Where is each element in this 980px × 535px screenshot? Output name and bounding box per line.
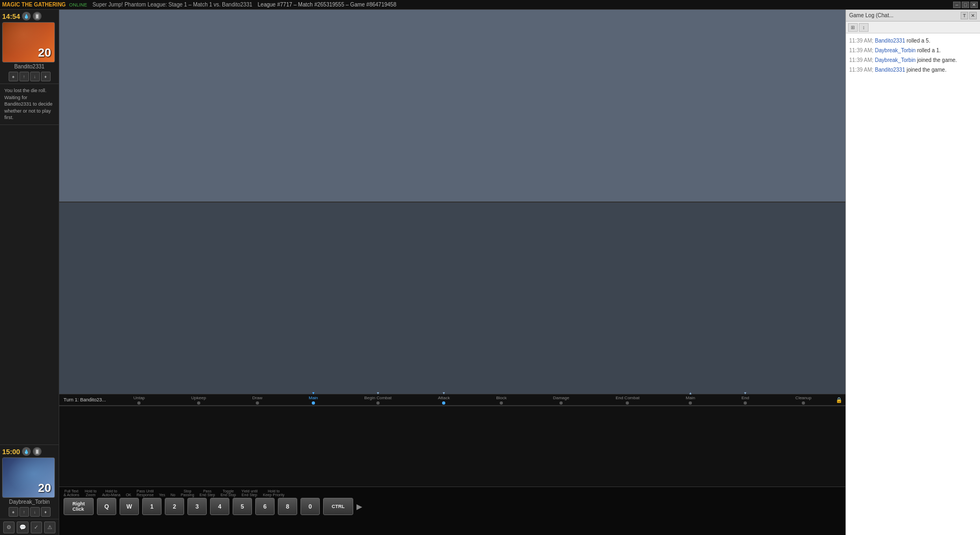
phase-lock-icon[interactable]: 🔒 [835, 395, 843, 404]
game-area: Turn 1: Bandito23... Untap Upkeep Draw ▼… [59, 10, 845, 535]
label-yes: Yes [159, 493, 165, 497]
action-scroll-right[interactable]: ▶ [356, 502, 362, 511]
close-button[interactable]: ✕ [970, 2, 978, 8]
label-full-text: Full Text & Actions [64, 489, 79, 497]
phase-damage[interactable]: Damage [553, 395, 569, 405]
sidebar-bottom-toolbar: ⚙ 💬 ✓ ⚠ [0, 519, 59, 535]
player1-action-icons: ♠ ↑ ↓ ♦ [2, 72, 57, 81]
label-pass-end: Pass End Step [200, 489, 215, 497]
player1-life: 20 [38, 46, 51, 60]
3-key-button[interactable]: 3 [187, 498, 207, 515]
phase-main2[interactable]: ▲ Main [686, 395, 695, 405]
chat-panel: Game Log (Chat... T ✕ ⊞ ↕ 11:39 AM; Band… [845, 10, 980, 535]
8-key-button[interactable]: 8 [278, 498, 297, 515]
phase-main1[interactable]: ▼ Main [309, 395, 318, 405]
ctrl-key-wrapper: CTRL [323, 498, 353, 515]
settings-icon[interactable]: ⚙ [3, 522, 15, 533]
q-key-wrapper: Q [97, 498, 116, 515]
chat-settings-button[interactable]: T [961, 12, 968, 19]
chat-messages: 11:39 AM; Bandito2331 rolled a 5. 11:39 … [846, 33, 980, 535]
player2-life: 20 [38, 481, 51, 495]
6-key-wrapper: 6 [255, 498, 275, 515]
phase-untap[interactable]: Untap [134, 395, 145, 405]
top-bar: MAGIC THE GATHERING ONLINE Super Jump! P… [0, 0, 980, 10]
chat-message-3: 11:39 AM; Daybreak_Torbin joined the gam… [849, 56, 977, 65]
q-key-button[interactable]: Q [97, 498, 116, 515]
player-battlefield [59, 203, 845, 394]
4-key-wrapper: 4 [210, 498, 229, 515]
5-key-wrapper: 5 [233, 498, 252, 515]
player2-card-icon: 🂠 [33, 447, 41, 456]
phase-draw[interactable]: Draw [253, 395, 263, 405]
chat-user-link-4[interactable]: Bandito2331 [875, 67, 905, 73]
hand-area [59, 406, 845, 487]
label-auto-mana: Hold to Auto-Mana [102, 489, 120, 497]
player2-icon-2[interactable]: ↑ [19, 507, 29, 517]
phase-end-combat[interactable]: End Combat [615, 395, 639, 405]
3-key-wrapper: 3 [187, 498, 207, 515]
8-key-wrapper: 8 [278, 498, 297, 515]
right-click-button[interactable]: RightClick [64, 498, 94, 515]
w-key-wrapper: W [120, 498, 139, 515]
player2-icon-1[interactable]: ♠ [9, 507, 18, 517]
phase-block[interactable]: Block [496, 395, 507, 405]
player1-icon-3[interactable]: ↓ [30, 72, 40, 81]
player1-icon-1[interactable]: ♠ [9, 72, 18, 81]
phase-cleanup[interactable]: Cleanup [795, 395, 811, 405]
player2-icon-3[interactable]: ↓ [30, 507, 40, 517]
player2-mana-icon: 💧 [22, 447, 31, 456]
player1-mana-icon: 💧 [22, 12, 31, 20]
player1-card-icon: 🂠 [33, 12, 41, 20]
sidebar-middle: You lost the die roll. Waiting for Bandi… [0, 84, 59, 444]
1-key-wrapper: 1 [142, 498, 162, 515]
player2-icon-4[interactable]: ♦ [41, 507, 51, 517]
ctrl-key-button[interactable]: CTRL [323, 498, 353, 515]
chat-tool-2[interactable]: ↕ [859, 23, 869, 32]
game-message: You lost the die roll. Waiting for Bandi… [0, 84, 59, 125]
player1-avatar: 20 [2, 22, 55, 62]
player1-icon-4[interactable]: ♦ [41, 72, 51, 81]
4-key-button[interactable]: 4 [210, 498, 229, 515]
label-zoom: Hold to Zoom [85, 489, 96, 497]
warning-icon[interactable]: ⚠ [44, 522, 55, 533]
player2-section: 15:00 💧 🂠 20 Daybreak_Torbin ♠ ↑ ↓ ♦ [0, 444, 59, 519]
chat-icon[interactable]: 💬 [17, 522, 28, 533]
phase-end[interactable]: ▼ End [741, 395, 749, 405]
chat-user-link-3[interactable]: Daybreak_Torbin [875, 57, 916, 63]
w-key-button[interactable]: W [120, 498, 139, 515]
label-pass-until: Pass Until Response [137, 489, 154, 497]
2-key-button[interactable]: 2 [165, 498, 184, 515]
chat-user-link-1[interactable]: Bandito2331 [875, 38, 905, 44]
chat-message-2: 11:39 AM; Daybreak_Torbin rolled a 1. [849, 46, 977, 55]
chat-toolbar: ⊞ ↕ [846, 22, 980, 33]
label-keep-priority: Hold to Keep Priority [263, 489, 284, 497]
label-stop-passing: Stop Passing [181, 489, 194, 497]
chat-tool-1[interactable]: ⊞ [848, 23, 858, 32]
phase-upkeep[interactable]: Upkeep [191, 395, 206, 405]
6-key-button[interactable]: 6 [255, 498, 275, 515]
player2-name: Daybreak_Torbin [2, 498, 57, 506]
player2-timer-row: 15:00 💧 🂠 [2, 447, 57, 456]
minimize-button[interactable]: – [953, 2, 961, 8]
phase-attack[interactable]: ▼ Attack [438, 395, 450, 405]
chat-user-link-2[interactable]: Daybreak_Torbin [875, 47, 916, 53]
opponent-battlefield [59, 10, 845, 203]
chat-header-controls: T ✕ [961, 12, 977, 19]
check-icon[interactable]: ✓ [31, 522, 42, 533]
0-key-button[interactable]: 0 [300, 498, 320, 515]
5-key-button[interactable]: 5 [233, 498, 252, 515]
chat-header: Game Log (Chat... T ✕ [846, 10, 980, 22]
maximize-button[interactable]: □ [962, 2, 969, 8]
player1-icon-2[interactable]: ↑ [19, 72, 29, 81]
online-status: ONLINE [69, 2, 87, 8]
1-key-button[interactable]: 1 [142, 498, 162, 515]
chat-close-button[interactable]: ✕ [969, 12, 977, 19]
action-bar: Full Text & Actions Hold to Zoom Hold to… [59, 487, 845, 535]
phase-bar: Turn 1: Bandito23... Untap Upkeep Draw ▼… [59, 394, 845, 406]
player1-timer: 14:54 [2, 12, 20, 20]
sidebar-spacer [0, 125, 59, 444]
phase-begin-combat[interactable]: ▼ Begin Combat [365, 395, 392, 405]
left-sidebar: 14:54 💧 🂠 20 Bandito2331 ♠ ↑ ↓ ♦ You los… [0, 10, 59, 535]
player1-section: 14:54 💧 🂠 20 Bandito2331 ♠ ↑ ↓ ♦ [0, 10, 59, 84]
action-labels-row: Full Text & Actions Hold to Zoom Hold to… [59, 487, 845, 498]
